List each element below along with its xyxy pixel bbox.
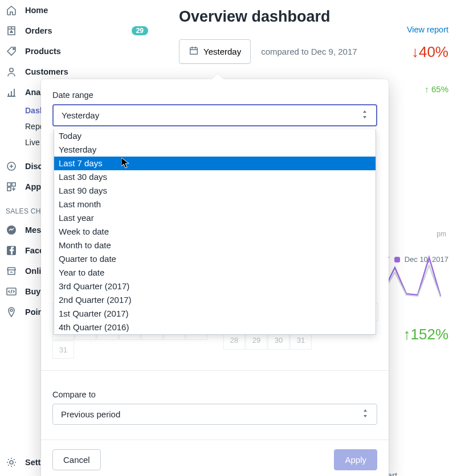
orders-badge: 29 xyxy=(132,26,148,35)
facebook-icon xyxy=(6,245,17,256)
calendar-day[interactable]: 31 xyxy=(52,340,74,359)
svg-point-9 xyxy=(10,309,13,311)
apply-button[interactable]: Apply xyxy=(334,449,377,470)
nav-products[interactable]: Products xyxy=(0,41,154,61)
customers-icon xyxy=(6,66,17,77)
select-value: Yesterday xyxy=(62,110,99,120)
metric-up-65: ↑ 65% xyxy=(425,84,448,94)
gear-icon xyxy=(6,457,17,468)
analytics-icon xyxy=(6,87,17,98)
dropdown-option[interactable]: 3rd Quarter (2017) xyxy=(54,280,376,293)
select-updown-icon xyxy=(362,409,369,419)
cancel-button[interactable]: Cancel xyxy=(52,449,101,470)
dropdown-option[interactable]: Week to date xyxy=(54,225,376,239)
apps-icon xyxy=(6,181,17,192)
dropdown-option[interactable]: 1st Quarter (2017) xyxy=(54,307,376,321)
date-range-button[interactable]: Yesterday xyxy=(179,39,251,64)
pin-icon xyxy=(6,306,17,318)
dropdown-option[interactable]: 4th Quarter (2016) xyxy=(54,321,376,334)
compared-text: compared to Dec 9, 2017 xyxy=(261,47,357,56)
date-range-select[interactable]: Yesterday xyxy=(52,104,377,126)
nav-label: Customers xyxy=(25,67,148,76)
nav-label: Orders xyxy=(25,26,124,35)
view-report-link[interactable]: View report xyxy=(407,25,448,34)
dropdown-option[interactable]: Last 7 days xyxy=(54,157,376,170)
metric-down-40: ↓40% xyxy=(411,43,448,61)
dropdown-option[interactable]: Year to date xyxy=(54,266,376,280)
nav-home[interactable]: Home xyxy=(0,0,154,20)
date-compare-row: Yesterday compared to Dec 9, 2017 xyxy=(179,39,447,64)
svg-point-10 xyxy=(10,461,13,464)
select-updown-icon xyxy=(361,110,368,120)
pm-label: pm xyxy=(436,230,446,238)
select-value: Previous period xyxy=(61,409,120,419)
date-range-label: Date range xyxy=(52,91,377,100)
svg-point-0 xyxy=(13,48,14,50)
calendar-icon xyxy=(189,46,199,58)
legend-dot-purple xyxy=(394,257,400,262)
dropdown-option[interactable]: Today xyxy=(54,129,376,143)
code-icon xyxy=(6,286,17,297)
page-title: Overview dashboard xyxy=(179,8,447,26)
date-range-modal: Date range Yesterday TodayYesterdayLast … xyxy=(41,79,389,476)
dropdown-option[interactable]: Yesterday xyxy=(54,143,376,157)
dropdown-option[interactable]: Last 30 days xyxy=(54,170,376,184)
discounts-icon xyxy=(6,161,17,172)
svg-rect-5 xyxy=(7,187,11,191)
nav-label: Products xyxy=(25,47,148,56)
metric-up-152: ↑152% xyxy=(403,326,449,343)
svg-rect-3 xyxy=(7,183,11,186)
dropdown-option[interactable]: Last year xyxy=(54,211,376,225)
date-range-dropdown: TodayYesterdayLast 7 daysLast 30 daysLas… xyxy=(54,129,376,335)
date-button-label: Yesterday xyxy=(203,47,241,56)
nav-label: Home xyxy=(25,6,148,15)
orders-icon xyxy=(6,25,17,36)
dropdown-option[interactable]: 2nd Quarter (2017) xyxy=(54,293,376,307)
svg-point-1 xyxy=(10,68,13,72)
dropdown-option[interactable]: Last month xyxy=(54,198,376,211)
svg-rect-4 xyxy=(12,183,15,186)
svg-rect-11 xyxy=(190,48,198,55)
dropdown-option[interactable]: Last 90 days xyxy=(54,184,376,198)
dropdown-option[interactable]: Quarter to date xyxy=(54,252,376,266)
store-icon xyxy=(6,265,17,277)
dropdown-option[interactable]: Month to date xyxy=(54,239,376,252)
compare-select[interactable]: Previous period xyxy=(52,404,377,425)
home-icon xyxy=(6,5,17,16)
nav-orders[interactable]: Orders 29 xyxy=(0,20,154,41)
messenger-icon xyxy=(6,224,17,236)
products-icon xyxy=(6,46,17,57)
compare-label: Compare to xyxy=(52,390,377,399)
